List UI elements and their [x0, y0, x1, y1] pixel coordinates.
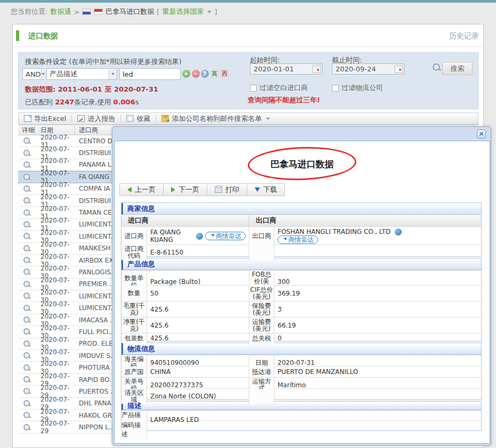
- chevron-down-icon: [207, 11, 212, 13]
- detail-row: 数量单位Package (Bulto)FOB总价(美元)300: [121, 270, 481, 285]
- close-icon[interactable]: ×: [477, 129, 486, 139]
- importer-label: 进口商: [121, 227, 147, 245]
- enter-report-button[interactable]: 进入报告: [72, 114, 120, 124]
- magnifier-icon[interactable]: [23, 185, 30, 192]
- magnifier-icon[interactable]: [23, 305, 30, 312]
- download-button[interactable]: 下载: [247, 183, 285, 196]
- description-row: 编码描述: [121, 420, 481, 430]
- keyword-input[interactable]: [119, 68, 181, 80]
- table-toolbar: 导出Excel 进入报告 收藏 添加公司名称到邮件搜索名单: [18, 112, 478, 125]
- detail-row: 清关区域Zona Norte (COLON): [121, 388, 481, 400]
- magnifier-icon[interactable]: [23, 364, 30, 371]
- magnifier-icon[interactable]: [23, 209, 30, 216]
- arrow-right-icon: [171, 187, 175, 192]
- modal-content: 巴拿马进口数据 上一页 下一页 打印 下载 商家信息 进口商 出口商 进口商: [114, 141, 490, 444]
- magnifier-icon: [433, 63, 441, 71]
- chevron-down-icon: [109, 69, 117, 79]
- detail-row: 净重(千克)425.6运输费(美元)66.19: [121, 317, 481, 333]
- match-time: 0.006: [113, 98, 135, 106]
- match-count: 2247: [55, 98, 74, 106]
- exporter-label: 出口商: [249, 227, 274, 245]
- detail-row: 毛重(千克)425.6保险费(美元)3: [121, 301, 481, 317]
- page-title: 进口数据: [28, 31, 58, 41]
- top-accent-bar: [0, 0, 496, 3]
- arrow-down-icon: [255, 188, 260, 192]
- breadcrumb-separator: >: [74, 8, 79, 16]
- magnifier-icon[interactable]: [23, 400, 30, 407]
- magnifier-icon[interactable]: [23, 316, 30, 323]
- radar-button[interactable]: 商情雷达: [278, 235, 318, 244]
- search-button[interactable]: 搜索: [442, 62, 473, 75]
- plus-circle-icon[interactable]: +: [182, 70, 190, 78]
- favorite-button[interactable]: 收藏: [121, 114, 156, 124]
- detail-row: 原产国CHINA抵达港PUERTO DE MANZANILLO: [121, 366, 481, 377]
- print-button[interactable]: 打印: [207, 183, 247, 196]
- merchant-subheader: 进口商 出口商: [121, 215, 481, 226]
- magnifier-icon[interactable]: [23, 412, 30, 419]
- history-link[interactable]: 历史记录: [449, 31, 479, 41]
- checkbox-icon[interactable]: [250, 85, 257, 92]
- globe-icon[interactable]: [196, 233, 203, 240]
- mail-add-icon: [161, 115, 169, 122]
- start-date-input[interactable]: 2020-01-01: [250, 63, 322, 75]
- reselect-country-link[interactable]: 重新选择国家: [162, 7, 204, 17]
- export-excel-button[interactable]: 导出Excel: [19, 114, 71, 124]
- magnifier-icon[interactable]: [23, 352, 30, 359]
- magnifier-icon[interactable]: [23, 281, 30, 288]
- magnifier-icon[interactable]: [23, 174, 30, 181]
- description-section: 描述 产品描述LAMPARAS LED编码描述: [121, 401, 482, 431]
- modal-nav: 上一页 下一页 打印 下载: [120, 183, 285, 196]
- bracket-open: [: [157, 8, 159, 16]
- add-to-mail-list-button[interactable]: 添加公司名称到邮件搜索名单: [156, 114, 275, 124]
- magnifier-icon[interactable]: [23, 161, 30, 168]
- panel-header: 进口数据 历史记录: [13, 25, 483, 47]
- logistics-section-title: 物流信息: [121, 343, 481, 355]
- globe-icon[interactable]: [395, 229, 402, 235]
- modal-title: 巴拿马进口数据: [115, 158, 490, 170]
- prev-page-button[interactable]: 上一页: [119, 183, 164, 196]
- arrow-left-icon: [127, 187, 132, 192]
- product-section: 产品信息 数量单位Package (Bulto)FOB总价(美元)300数量50…: [121, 258, 482, 341]
- magnifier-icon[interactable]: [23, 137, 30, 144]
- merchant-section-title: 商家信息: [121, 203, 481, 215]
- panama-flag-icon: [82, 9, 91, 15]
- lang-en-button[interactable]: 英: [210, 70, 218, 78]
- filter-logistics-checkbox[interactable]: 过滤物流公司: [332, 83, 383, 93]
- minus-circle-icon[interactable]: −: [192, 70, 200, 78]
- magnifier-icon[interactable]: [23, 268, 30, 275]
- magnifier-icon[interactable]: [23, 424, 30, 431]
- calendar-icon[interactable]: [395, 65, 403, 73]
- checkbox-icon[interactable]: [332, 85, 339, 92]
- product-section-title: 产品信息: [121, 258, 481, 270]
- row-date: 2020-07-29: [35, 420, 75, 435]
- magnifier-icon[interactable]: [23, 221, 30, 228]
- magnifier-icon[interactable]: [23, 245, 30, 252]
- calendar-icon[interactable]: [313, 65, 321, 73]
- magnifier-icon[interactable]: [23, 376, 30, 383]
- magnifier-icon[interactable]: [23, 340, 30, 347]
- importer-header: 进口商: [121, 215, 249, 226]
- detail-row: 包装数425.6总关税0: [121, 333, 481, 341]
- merchant-row: 进口商 FA QIANG KUANG 商情雷达 出口商 FOSHAN HANGL…: [121, 226, 481, 245]
- question-circle-icon[interactable]: ?: [201, 70, 209, 78]
- magnifier-icon[interactable]: [23, 150, 30, 157]
- magnifier-icon[interactable]: [23, 292, 30, 299]
- breadcrumb-current: 巴拿马进口数据: [105, 7, 154, 17]
- detail-row: 数量50CIF总价(美元)369.19: [121, 285, 481, 301]
- field-select[interactable]: 产品描述: [46, 68, 117, 80]
- breadcrumb-prefix: 您当前位置:: [11, 7, 47, 17]
- data-range-text: 数据范围: 2011-06-01 至 2020-07-31: [25, 85, 158, 94]
- next-page-button[interactable]: 下一页: [163, 183, 207, 196]
- radar-button[interactable]: 商情雷达: [205, 232, 246, 240]
- breadcrumb-home-link[interactable]: 数据通: [50, 7, 71, 17]
- magnifier-icon[interactable]: [23, 257, 30, 264]
- end-date-input[interactable]: 2020-09-24: [332, 63, 404, 75]
- magnifier-icon[interactable]: [23, 233, 30, 240]
- magnifier-icon[interactable]: [23, 388, 30, 395]
- filter-blank-importer-checkbox[interactable]: 过滤空白进口商: [250, 83, 308, 93]
- magnifier-icon[interactable]: [23, 328, 30, 335]
- magnifier-icon[interactable]: [23, 197, 30, 204]
- operator-select[interactable]: AND: [22, 68, 44, 80]
- lang-es-button[interactable]: 西: [221, 70, 229, 78]
- search-hint: (在单词中加*用以获得更多搜索结果): [69, 58, 182, 66]
